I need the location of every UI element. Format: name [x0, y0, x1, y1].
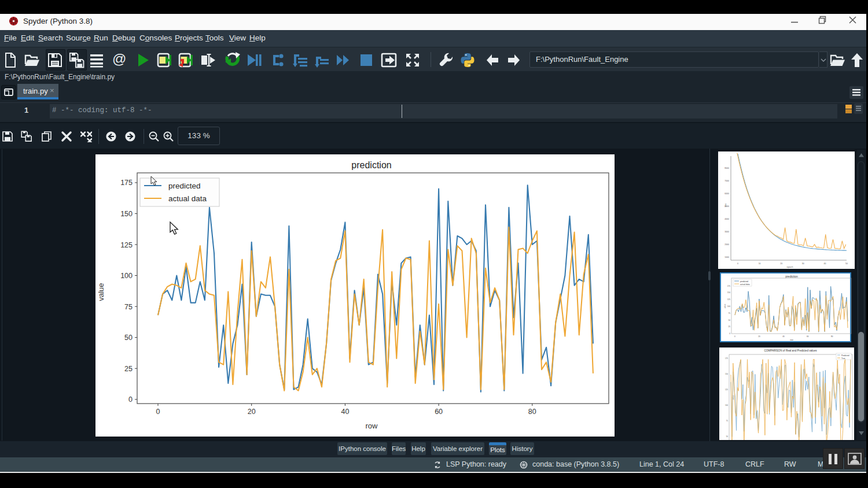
svg-text:3000: 3000 — [724, 231, 729, 233]
svg-text:175: 175 — [727, 285, 731, 287]
svg-text:COMPARISON of Real and Predict: COMPARISON of Real and Predicted values — [764, 349, 817, 352]
svg-text:175: 175 — [725, 357, 728, 360]
svg-text:0: 0 — [729, 332, 730, 335]
svg-text:row: row — [790, 339, 793, 341]
svg-text:0: 0 — [128, 395, 133, 404]
svg-text:7000: 7000 — [724, 180, 729, 182]
svg-text:50: 50 — [124, 334, 133, 342]
svg-text:2000: 2000 — [724, 243, 729, 246]
svg-text:150: 150 — [725, 373, 728, 375]
svg-text:0: 0 — [737, 263, 738, 265]
svg-text:30: 30 — [802, 263, 804, 265]
svg-text:125: 125 — [120, 241, 133, 249]
svg-text:40: 40 — [341, 408, 349, 416]
svg-text:100: 100 — [725, 404, 728, 406]
svg-text:row: row — [366, 422, 378, 430]
svg-text:150: 150 — [120, 210, 133, 218]
svg-text:20: 20 — [780, 263, 782, 265]
svg-text:prediction: prediction — [351, 160, 391, 170]
svg-text:epoch: epoch — [787, 265, 793, 268]
svg-text:value: value — [97, 283, 105, 301]
svg-text:125: 125 — [725, 389, 728, 391]
svg-text:actual data: actual data — [740, 283, 750, 286]
svg-text:80: 80 — [831, 335, 833, 338]
svg-text:75: 75 — [728, 312, 730, 315]
svg-text:175: 175 — [120, 179, 133, 187]
svg-text:150: 150 — [727, 291, 731, 294]
svg-text:40: 40 — [782, 335, 785, 338]
svg-text:6000: 6000 — [724, 193, 729, 195]
svg-text:True: True — [841, 357, 845, 360]
svg-text:20: 20 — [248, 408, 256, 416]
svg-text:prediction: prediction — [785, 275, 798, 278]
svg-text:8000: 8000 — [724, 167, 729, 169]
svg-text:50: 50 — [728, 319, 730, 321]
svg-text:loss: loss — [724, 204, 727, 207]
svg-text:actual data: actual data — [168, 194, 207, 203]
svg-text:0: 0 — [734, 335, 735, 338]
svg-text:25: 25 — [728, 326, 730, 328]
svg-text:1000: 1000 — [724, 256, 729, 258]
svg-text:75: 75 — [124, 303, 133, 311]
svg-text:10: 10 — [759, 263, 761, 265]
svg-text:predicted: predicted — [740, 280, 748, 283]
svg-text:predicted: predicted — [168, 182, 201, 190]
svg-text:50: 50 — [845, 263, 848, 265]
svg-text:100: 100 — [727, 305, 731, 308]
svg-text:value: value — [724, 304, 726, 308]
svg-text:0: 0 — [156, 408, 160, 416]
svg-text:60: 60 — [435, 408, 443, 416]
svg-text:40: 40 — [823, 263, 826, 265]
svg-text:50: 50 — [726, 435, 729, 438]
svg-text:60: 60 — [807, 335, 809, 338]
svg-text:80: 80 — [528, 408, 536, 416]
svg-text:20: 20 — [758, 335, 760, 338]
svg-text:100: 100 — [120, 272, 133, 280]
svg-text:75: 75 — [726, 420, 729, 422]
svg-text:125: 125 — [727, 298, 731, 301]
svg-text:25: 25 — [124, 365, 133, 373]
svg-text:Predicted: Predicted — [841, 354, 849, 357]
svg-text:4000: 4000 — [724, 218, 729, 220]
